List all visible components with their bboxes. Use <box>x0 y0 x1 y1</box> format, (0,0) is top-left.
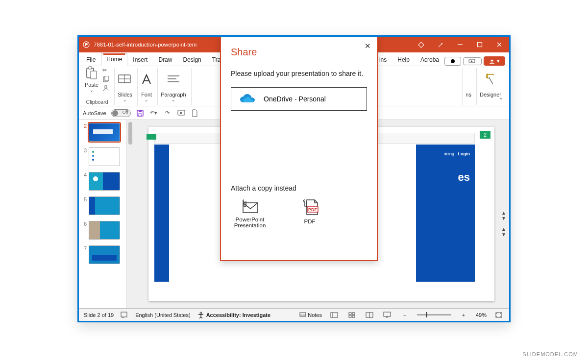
svg-rect-30 <box>352 315 355 317</box>
svg-rect-29 <box>349 315 351 317</box>
new-file-icon[interactable] <box>191 109 199 118</box>
svg-point-3 <box>451 59 455 63</box>
redo-icon[interactable]: ↷ <box>163 109 172 118</box>
collapse-ribbon-icon[interactable]: ⌄ <box>499 95 503 101</box>
stage-scroll-arrows[interactable]: ▲▼▲▼ <box>501 210 506 237</box>
attach-powerpoint-option[interactable]: PowerPoint Presentation <box>231 199 269 228</box>
fit-to-window-icon[interactable] <box>493 311 504 319</box>
thumbnail-2[interactable]: 2 <box>81 123 124 142</box>
canvas-blue-sidebar <box>154 145 169 282</box>
undo-icon[interactable]: ↶▾ <box>149 109 158 118</box>
svg-rect-6 <box>89 67 92 69</box>
maximize-button[interactable] <box>470 37 490 52</box>
powerpoint-logo-icon <box>79 41 94 49</box>
thumbnail-7[interactable]: 7 <box>81 245 124 264</box>
record-button[interactable] <box>444 57 461 66</box>
thumbnail-5[interactable]: 5 <box>81 196 124 215</box>
envelope-clip-icon <box>240 199 260 214</box>
tab-design[interactable]: Design <box>177 54 206 66</box>
tab-file[interactable]: File <box>81 54 101 66</box>
font-label: Font <box>141 92 152 97</box>
share-dialog: ✕ Share Please upload your presentation … <box>220 36 378 261</box>
minimize-button[interactable] <box>450 37 470 52</box>
clipboard-group: Paste ⌄ ✂ Clipboard <box>82 68 115 105</box>
tab-addins[interactable]: ins <box>378 54 392 66</box>
svg-rect-21 <box>121 312 127 317</box>
notes-button[interactable]: Notes <box>299 312 322 318</box>
spellcheck-icon[interactable] <box>121 312 128 318</box>
svg-rect-27 <box>349 313 351 315</box>
autosave-label: AutoSave <box>83 110 106 116</box>
slides-group[interactable]: Slides⌄ <box>115 68 138 105</box>
slide-thumbnails: 2 3 4 5 6 7 <box>79 120 127 308</box>
zoom-slider[interactable] <box>417 314 451 315</box>
slides-label: Slides <box>118 92 132 97</box>
zoom-level[interactable]: 49% <box>476 312 487 318</box>
svg-rect-23 <box>300 313 306 316</box>
svg-rect-7 <box>91 71 97 79</box>
designer-label: Designer <box>480 92 501 97</box>
attach-pdf-label: PDF <box>304 218 316 224</box>
zoom-out-button[interactable]: − <box>399 311 410 319</box>
tab-home[interactable]: Home <box>101 53 127 66</box>
powerpoint-window: 7881-01-self-introduction-powerpoint-tem… <box>77 35 511 322</box>
svg-rect-9 <box>105 76 109 81</box>
thumbnail-scrollbar[interactable] <box>127 120 134 308</box>
paragraph-label: Paragraph <box>161 92 186 97</box>
status-bar: Slide 2 of 19 English (United States) Ac… <box>79 308 509 321</box>
dialog-title: Share <box>231 47 367 58</box>
slideshow-icon[interactable] <box>177 109 186 118</box>
language-indicator[interactable]: English (United States) <box>135 312 191 318</box>
watermark: SLIDEMODEL.COM <box>522 351 578 357</box>
onedrive-icon <box>239 94 256 104</box>
format-painter-icon[interactable] <box>102 85 109 92</box>
svg-rect-28 <box>352 313 355 315</box>
clipboard-label: Clipboard <box>86 98 108 105</box>
copy-icon[interactable] <box>102 76 109 83</box>
addins-stub[interactable]: ns <box>462 68 477 105</box>
thumbnail-6[interactable]: 6 <box>81 221 124 240</box>
save-icon[interactable] <box>136 109 145 118</box>
tab-insert[interactable]: Insert <box>127 54 153 66</box>
svg-text:PDF: PDF <box>308 207 318 212</box>
slide-number-tag: 2 <box>480 131 490 139</box>
diamond-icon[interactable] <box>411 37 431 52</box>
thumbnail-4[interactable]: 4 <box>81 172 124 191</box>
zoom-in-button[interactable]: + <box>458 311 469 319</box>
tab-acrobat[interactable]: Acroba <box>415 54 444 66</box>
svg-rect-2 <box>478 43 482 47</box>
pdf-file-icon: PDF <box>300 199 319 216</box>
thumbnail-3[interactable]: 3 <box>81 147 124 166</box>
close-button[interactable] <box>490 37 509 52</box>
paste-button[interactable]: Paste ⌄ <box>85 66 98 93</box>
slide-indicator[interactable]: Slide 2 of 19 <box>84 312 114 318</box>
autosave-toggle[interactable] <box>111 109 131 117</box>
dialog-message: Please upload your presentation to share… <box>231 70 367 77</box>
svg-rect-33 <box>384 312 391 316</box>
svg-rect-25 <box>331 313 338 317</box>
canvas-blue-panel: ricing Login es <box>416 145 475 282</box>
present-button[interactable] <box>463 57 482 65</box>
paste-label: Paste <box>85 82 98 88</box>
slideshow-view-icon[interactable] <box>382 311 392 319</box>
attach-pdf-option[interactable]: PDF PDF <box>291 199 329 228</box>
dialog-close-button[interactable]: ✕ <box>365 42 371 50</box>
tab-help[interactable]: Help <box>392 54 415 66</box>
attach-ppt-label: PowerPoint Presentation <box>231 217 269 228</box>
onedrive-option[interactable]: OneDrive - Personal <box>231 87 367 111</box>
cut-icon[interactable]: ✂ <box>102 67 109 73</box>
sorter-view-icon[interactable] <box>346 311 357 319</box>
attach-copy-header: Attach a copy instead <box>231 184 367 192</box>
share-button[interactable]: ▾ <box>484 56 505 66</box>
font-group[interactable]: Font⌄ <box>138 68 158 105</box>
accessibility-indicator[interactable]: Accessibility: Investigate <box>197 312 270 318</box>
reading-view-icon[interactable] <box>364 311 375 319</box>
svg-rect-18 <box>139 110 142 112</box>
magic-icon[interactable] <box>431 37 450 52</box>
svg-point-22 <box>200 312 202 314</box>
onedrive-label: OneDrive - Personal <box>264 95 326 103</box>
svg-rect-10 <box>105 86 107 88</box>
tab-draw[interactable]: Draw <box>153 54 177 66</box>
normal-view-icon[interactable] <box>329 311 340 319</box>
paragraph-group[interactable]: Paragraph⌄ <box>158 68 191 105</box>
